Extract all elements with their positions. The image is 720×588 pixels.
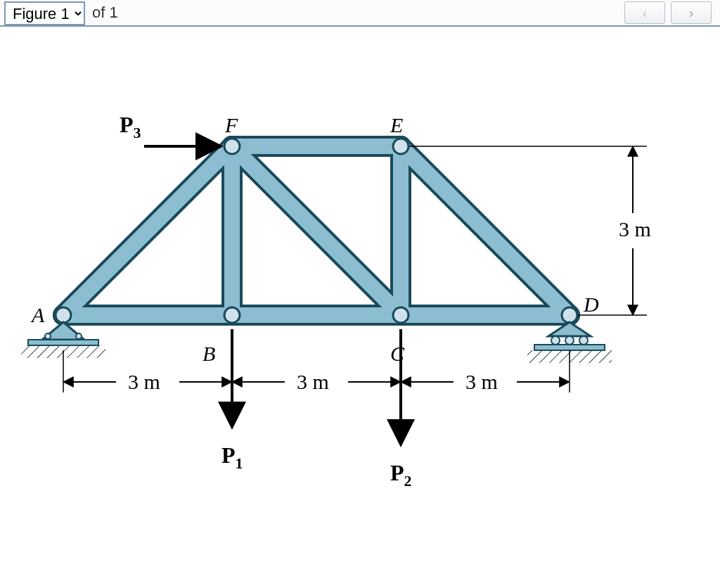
label-P2-main: P bbox=[390, 460, 404, 485]
truss-diagram: 3 m 3 m 3 m 3 m bbox=[0, 27, 720, 588]
label-P1-main: P bbox=[221, 442, 236, 468]
figure-select-wrap[interactable]: Figure 1 bbox=[4, 1, 85, 25]
svg-point-28 bbox=[56, 307, 71, 323]
node-B-label: B bbox=[202, 342, 215, 365]
load-P1: P1 bbox=[221, 329, 243, 472]
figure-select[interactable]: Figure 1 bbox=[6, 4, 84, 23]
svg-point-29 bbox=[224, 307, 240, 323]
svg-line-22 bbox=[63, 146, 232, 315]
figure-count-label: of 1 bbox=[92, 4, 118, 22]
svg-rect-36 bbox=[28, 340, 98, 345]
dim-CD-label: 3 m bbox=[465, 370, 498, 393]
load-P3: P3 bbox=[120, 112, 218, 146]
svg-line-27 bbox=[232, 146, 401, 315]
svg-rect-41 bbox=[534, 345, 605, 350]
label-P2-sub: 2 bbox=[404, 472, 412, 490]
node-D-label: D bbox=[583, 293, 599, 316]
svg-point-32 bbox=[224, 139, 240, 154]
svg-point-34 bbox=[45, 333, 51, 339]
svg-point-40 bbox=[565, 336, 574, 345]
label-P3-main: P bbox=[120, 112, 134, 137]
dimension-height: 3 m bbox=[619, 148, 651, 314]
node-A-label: A bbox=[30, 303, 45, 326]
dimension-BC: 3 m bbox=[233, 329, 401, 393]
svg-point-31 bbox=[562, 307, 577, 323]
svg-line-25 bbox=[401, 146, 570, 315]
prev-figure-button[interactable]: ‹ bbox=[624, 1, 665, 24]
figure-toolbar: Figure 1 of 1 ‹ › bbox=[0, 0, 720, 27]
label-P3-sub: 3 bbox=[134, 124, 141, 141]
member-fills bbox=[63, 146, 570, 315]
node-F-label: F bbox=[224, 113, 238, 136]
diagram-stage: 3 m 3 m 3 m 3 m bbox=[0, 27, 720, 588]
figure-nav: ‹ › bbox=[624, 1, 712, 24]
next-figure-button[interactable]: › bbox=[671, 1, 712, 24]
svg-text:P3: P3 bbox=[120, 112, 141, 141]
dim-BC-label: 3 m bbox=[297, 370, 329, 393]
svg-text:P1: P1 bbox=[221, 442, 243, 472]
svg-point-33 bbox=[393, 139, 409, 154]
chevron-right-icon: › bbox=[689, 5, 694, 21]
node-C-label: C bbox=[390, 342, 405, 365]
chevron-left-icon: ‹ bbox=[643, 5, 648, 21]
svg-point-39 bbox=[579, 336, 588, 345]
dim-height-label: 3 m bbox=[619, 217, 651, 241]
svg-point-38 bbox=[551, 336, 560, 345]
svg-text:P2: P2 bbox=[390, 460, 412, 490]
label-P1-sub: 1 bbox=[236, 454, 243, 472]
node-E-label: E bbox=[390, 113, 403, 136]
dim-AB-label: 3 m bbox=[128, 370, 160, 393]
app-window: Figure 1 of 1 ‹ › bbox=[0, 0, 720, 588]
svg-point-35 bbox=[76, 333, 82, 339]
svg-point-30 bbox=[393, 307, 409, 323]
